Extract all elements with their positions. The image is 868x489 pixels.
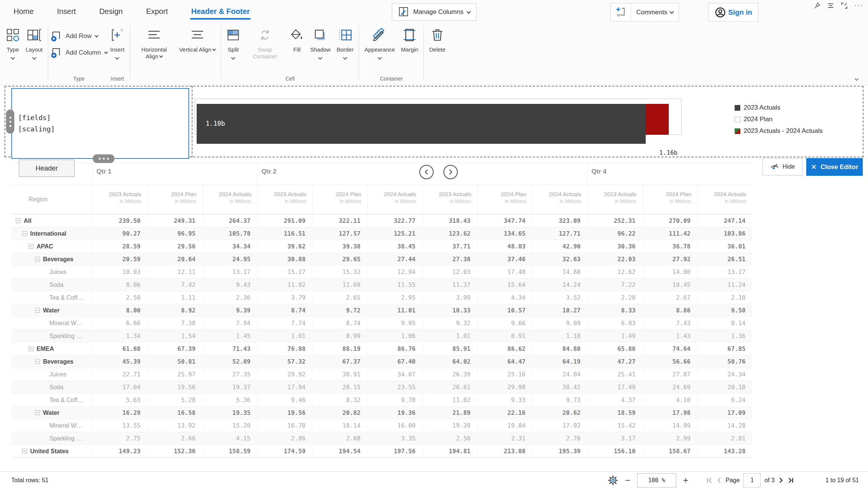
list-icon[interactable] <box>827 3 834 8</box>
row-label[interactable]: Soda <box>11 279 92 291</box>
last-page-button[interactable] <box>787 477 794 484</box>
comments-button[interactable]: Comments <box>610 3 679 21</box>
row-label[interactable]: Sparkling … <box>11 330 92 342</box>
collapse-icon[interactable] <box>35 410 40 415</box>
settings-gear-icon[interactable] <box>608 475 618 486</box>
delete-button[interactable]: Delete <box>426 24 448 53</box>
table-cell: 15.20 <box>202 419 257 432</box>
layout-button[interactable]: Layout <box>23 24 46 60</box>
hide-button[interactable]: Hide <box>763 158 802 175</box>
zoom-in-button[interactable]: + <box>682 475 690 486</box>
row-label[interactable]: EMEA <box>11 343 92 355</box>
collapse-icon[interactable] <box>29 244 34 249</box>
swap-container-button[interactable]: Swap Container <box>243 24 287 60</box>
table-cell: 20.82 <box>312 407 367 419</box>
table-cell: 10.03 <box>92 266 147 278</box>
collapse-icon[interactable] <box>22 449 27 454</box>
row-label[interactable]: United States <box>11 445 92 457</box>
add-column-button[interactable]: Add Column <box>50 47 107 58</box>
close-editor-button[interactable]: ✕ Close Editor <box>806 158 863 176</box>
tab-home[interactable]: Home <box>13 2 34 20</box>
table-row: Tea & Coff…2.501.112.363.792.652.953.994… <box>11 291 752 304</box>
row-label[interactable]: Tea & Coff… <box>11 394 92 406</box>
table-cell: 1.11 <box>147 291 202 304</box>
row-label[interactable]: Juices <box>11 368 92 381</box>
table-cell: 3.35 <box>367 432 422 445</box>
row-label[interactable]: Beverages <box>11 253 92 265</box>
pin-icon[interactable] <box>814 2 821 9</box>
zoom-out-button[interactable]: − <box>623 475 632 486</box>
manage-columns-button[interactable]: Manage Columns <box>392 3 477 21</box>
toolbar-group-align: Horizontal Align Vertical Align <box>132 21 219 85</box>
row-label[interactable]: Mineral W… <box>11 317 92 329</box>
tab-design[interactable]: Design <box>98 2 123 20</box>
collapse-icon[interactable] <box>22 231 27 236</box>
ribbon-toolbar: Type Layout Add Row <box>0 21 868 85</box>
drag-handle-horizontal[interactable] <box>93 154 115 163</box>
table-cell: 9.32 <box>422 317 477 329</box>
collapse-icon[interactable] <box>35 308 40 313</box>
row-label[interactable]: Soda <box>11 381 92 393</box>
collapse-icon[interactable] <box>16 218 21 223</box>
table-cell: 18.14 <box>312 419 367 432</box>
row-label[interactable]: Beverages <box>11 355 92 368</box>
vertical-align-button[interactable]: Vertical Align <box>176 24 219 53</box>
tab-header-footer[interactable]: Header & Footer <box>190 2 251 20</box>
collapse-icon[interactable] <box>29 346 34 351</box>
shadow-label: Shadow <box>310 46 330 53</box>
table-cell: 27.92 <box>642 253 697 265</box>
add-row-button[interactable]: Add Row <box>50 30 107 42</box>
table-cell: 9.50 <box>697 304 752 317</box>
scroll-columns-next-button[interactable] <box>443 165 458 179</box>
row-label[interactable]: Water <box>11 304 92 317</box>
row-label[interactable]: Tea & Coff… <box>11 291 92 304</box>
tab-insert[interactable]: Insert <box>56 2 76 20</box>
row-label[interactable]: International <box>11 227 92 240</box>
table-cell: 116.51 <box>257 227 312 240</box>
table-cell: 2.95 <box>367 291 422 304</box>
header-section-tab[interactable]: Header <box>19 160 75 177</box>
table-cell: 2.81 <box>697 432 752 445</box>
collapse-icon[interactable] <box>35 359 40 364</box>
border-button[interactable]: Border <box>333 24 356 60</box>
row-label[interactable]: Mineral W… <box>11 419 92 432</box>
fill-button[interactable]: Fill <box>287 24 307 53</box>
type-button[interactable]: Type <box>3 24 23 60</box>
table-cell: 2.50 <box>422 432 477 445</box>
fullscreen-icon[interactable] <box>841 2 848 9</box>
page-number-input[interactable]: 1 <box>743 473 761 487</box>
row-label[interactable]: All <box>11 215 92 227</box>
next-page-button[interactable] <box>778 477 784 484</box>
table-cell: 64.02 <box>422 355 477 368</box>
table-cell: 20.59 <box>92 253 147 265</box>
table-cell: 67.37 <box>312 355 367 368</box>
row-label[interactable]: APAC <box>11 240 92 253</box>
previous-page-button[interactable] <box>717 477 722 484</box>
row-label[interactable]: Sparkling … <box>11 432 92 445</box>
more-icon[interactable]: ··· <box>854 2 863 9</box>
table-cell: 197.56 <box>367 445 422 457</box>
collapse-icon[interactable] <box>35 257 40 262</box>
row-label[interactable]: Water <box>11 407 92 419</box>
horizontal-align-button[interactable]: Horizontal Align <box>132 24 176 60</box>
split-button[interactable]: Split <box>223 24 243 60</box>
table-cell: 39.38 <box>312 240 367 253</box>
column-header: 2024 Planin Millions <box>312 185 367 214</box>
first-page-button[interactable] <box>706 477 713 484</box>
zoom-level-input[interactable]: 100 % <box>637 473 676 487</box>
sign-in-button[interactable]: Sign in <box>708 3 758 21</box>
row-label[interactable]: Juices <box>11 266 92 278</box>
table-row: Mineral W…13.5513.9215.2016.7018.1416.00… <box>11 419 752 432</box>
table-cell: 9.78 <box>367 394 422 406</box>
margin-button[interactable]: Margin <box>398 24 421 53</box>
appearance-button[interactable]: Appearance <box>361 24 398 60</box>
tab-export[interactable]: Export <box>145 2 169 20</box>
shadow-button[interactable]: Shadow <box>307 24 333 60</box>
table-cell: 134.65 <box>477 227 532 240</box>
table-cell: 19.37 <box>202 381 257 393</box>
scroll-columns-prev-button[interactable] <box>419 165 434 179</box>
insert-button[interactable]: Insert <box>107 24 128 60</box>
table-cell: 19.56 <box>257 407 312 419</box>
drag-handle-vertical[interactable] <box>6 110 14 134</box>
header-fields-cell[interactable]: [fields] [scaling] <box>11 88 189 159</box>
